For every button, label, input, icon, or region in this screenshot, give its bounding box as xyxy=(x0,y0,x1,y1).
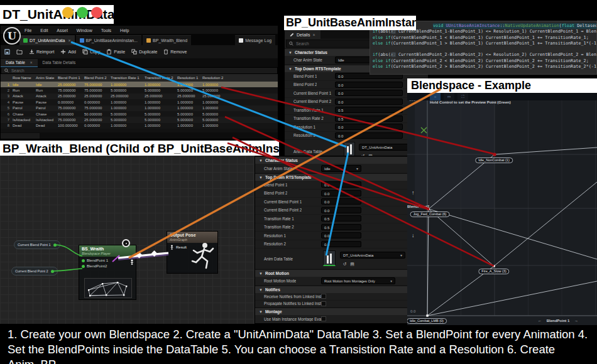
checkbox[interactable] xyxy=(321,316,326,321)
axis-min-value: 0.0 xyxy=(410,309,415,313)
variable-node-current-blend-point-2[interactable]: Current Blend Point 2 xyxy=(11,267,58,276)
tab-close-icon[interactable]: × xyxy=(312,33,315,37)
property-value-input[interactable]: 0.0 xyxy=(335,132,403,139)
pose-watch-badge-icon[interactable] xyxy=(122,239,130,247)
tab-message-log[interactable]: Message Log xyxy=(235,35,275,45)
section-notifies[interactable]: ▼Notifies xyxy=(255,286,428,293)
property-value-input[interactable]: 0.0 xyxy=(335,124,403,130)
property-value-input[interactable]: 0.5 xyxy=(335,107,403,113)
property-value-input[interactable]: 0.0 xyxy=(321,241,361,247)
unreal-logo[interactable]: U xyxy=(3,27,21,45)
pose-input-pin-icon[interactable] xyxy=(170,245,174,250)
save-button[interactable] xyxy=(4,49,10,55)
blendspace-tool-select[interactable]: ⁘ xyxy=(430,93,441,100)
browse-button[interactable] xyxy=(16,49,23,55)
tab-data-table-details[interactable]: Data Table Details xyxy=(38,59,81,67)
table-row[interactable]: 3 Attack Attack 25.000000 25.000000 25.0… xyxy=(1,94,278,99)
root-motion-mode-dropdown[interactable]: Root Motion from Montages Only▾ xyxy=(321,277,395,284)
reimport-button[interactable]: Reimport xyxy=(29,49,54,55)
checkbox[interactable] xyxy=(321,294,326,299)
blendspace-graph[interactable]: 100.0 Hold Control to set the Preview Po… xyxy=(407,100,597,325)
blendspace-sample-idle-combat-lmb[interactable]: Idle_Combat_LMB (0) xyxy=(407,318,447,324)
axis-y-down-arrow[interactable]: ↓ xyxy=(412,232,415,238)
bp-instance-title: BP_UnitBaseAnimInstance xyxy=(284,16,416,30)
node-title: Output Pose xyxy=(170,233,215,238)
copy-button[interactable]: Copy xyxy=(82,49,100,55)
blueprint-graph[interactable]: Current Blend Point 1 Current Blend Poin… xyxy=(0,156,255,324)
menu-item[interactable]: Tools xyxy=(101,28,111,33)
menu-item[interactable]: Edit xyxy=(40,28,48,33)
blendspace-sample-fire-a-slow[interactable]: Fire_A_Slow (3) xyxy=(478,269,509,274)
table-row[interactable]: 2 Run Run 75.000000 75.000000 5.000000 5… xyxy=(1,87,278,93)
property-value-input[interactable]: 0.5 xyxy=(321,224,361,230)
details-panel-wraith: ▼Character Status Char Anim State Idle▾ … xyxy=(255,156,429,324)
blendspace-tool-label-toggle[interactable]: ▭ xyxy=(444,93,454,100)
blendspace-sample-idle-noncombat[interactable]: Idle_NonCombat (1) xyxy=(475,158,513,163)
table-search-input[interactable]: Search xyxy=(1,67,278,74)
asset-thumbnail[interactable] xyxy=(344,142,355,157)
section-root-motion[interactable]: ▼Root Motion xyxy=(255,269,428,277)
section-top-down-rtstemplate[interactable]: ▼Top Down RTSTemplate xyxy=(255,173,428,181)
output-pose-node[interactable]: Output Pose AnimGraph Result xyxy=(167,231,218,274)
menu-item[interactable]: Help xyxy=(120,28,129,33)
tab-dt-unitanimdata[interactable]: DT_UnitAnimData × xyxy=(19,35,75,45)
float-pin-icon[interactable] xyxy=(53,244,57,247)
axis-y-up-arrow[interactable]: ↑ xyxy=(412,190,415,196)
table-body: 1 Idle Idle 25.000000 75.000000 1.000000… xyxy=(1,82,278,129)
remove-button[interactable]: Remove xyxy=(163,49,187,55)
table-row[interactable]: 8 Dead Dead 100.000000 0.000000 1.000000… xyxy=(1,123,278,129)
float-pin-icon[interactable] xyxy=(82,265,85,268)
property-value-input[interactable]: 0.0 xyxy=(321,207,361,213)
table-row[interactable]: 4 Pause Pause 0.000000 0.000000 1.000000… xyxy=(1,99,278,105)
property-row: Resolution 1 0.0 xyxy=(285,123,428,132)
checkbox[interactable] xyxy=(321,301,326,306)
variable-node-current-blend-point-1[interactable]: Current Blend Point 1 xyxy=(14,240,60,249)
blendspace-player-node[interactable]: BS_Wraith Blendspace Player BlendPoint 1… xyxy=(79,245,136,300)
tab-details[interactable]: Details × xyxy=(285,30,320,39)
menu-item[interactable]: File xyxy=(25,28,31,33)
blendspace-title: Blendspace - Example xyxy=(407,78,597,93)
float-pin-icon[interactable] xyxy=(82,259,85,262)
tab-close-icon[interactable]: × xyxy=(68,38,70,43)
blendspace-tool-fit-view[interactable]: ⛶ xyxy=(457,93,468,100)
table-row[interactable]: 7 IsAttacked IsAttacked 75.000000 25.000… xyxy=(1,117,278,122)
property-value-input[interactable]: 0.0 xyxy=(335,82,403,88)
details-rows: Blend Point 1 0.0 Blend Point 2 0.0 Curr… xyxy=(255,181,428,249)
property-value-input[interactable]: 0.0 xyxy=(335,99,403,105)
use-selected-icon[interactable]: ↺ xyxy=(342,261,348,267)
tab-close-icon[interactable]: × xyxy=(30,60,33,65)
property-value-input[interactable]: 0.0 xyxy=(321,198,361,205)
window-minimize-light[interactable] xyxy=(62,7,74,18)
float-pin-icon[interactable] xyxy=(51,270,54,273)
asset-thumbnail[interactable] xyxy=(323,250,336,266)
property-row: Transition Rate 1 0.5 xyxy=(255,215,428,223)
paste-button[interactable]: Paste xyxy=(106,49,125,55)
browse-to-asset-icon[interactable]: ▤ xyxy=(349,261,355,267)
window-maximize-light[interactable] xyxy=(77,7,88,18)
tab-bp-unitbaseaniminstance[interactable]: BP_UnitBaseAnimInstan... xyxy=(76,35,142,45)
add-button[interactable]: Add xyxy=(60,49,75,55)
table-row[interactable]: 5 Patrol Patrol 75.000000 75.000000 1.00… xyxy=(1,105,278,111)
property-value-input[interactable]: 0.5 xyxy=(321,215,361,222)
section-character-status[interactable]: ▼Character Status xyxy=(255,156,428,164)
property-value-input[interactable]: 0.0 xyxy=(335,90,403,96)
property-value-input[interactable]: 0.0 xyxy=(321,232,361,238)
pose-output-pin-icon[interactable] xyxy=(129,259,134,265)
section-montage[interactable]: ▼Montage xyxy=(255,308,428,315)
duplicate-button[interactable]: Duplicate xyxy=(131,49,157,55)
char-anim-state-dropdown[interactable]: Idle▾ xyxy=(321,165,361,172)
menu-item[interactable]: Asset xyxy=(57,28,68,33)
tab-bp-wraith-blend[interactable]: BP_Wraith_Blend xyxy=(143,35,191,45)
property-value-input[interactable]: 0.5 xyxy=(335,115,403,122)
blendspace-sample-jog-fwd-combat[interactable]: Jog_Fwd_Combat (6) xyxy=(410,211,450,217)
property-value-input[interactable]: 0.0 xyxy=(321,181,361,188)
menu-item[interactable]: Window xyxy=(77,28,92,33)
table-row[interactable]: 6 Chase Chase 0.000000 50.000000 5.00000… xyxy=(1,111,278,117)
window-close-light[interactable] xyxy=(91,7,102,18)
property-row: Blend Point 1 0.0 xyxy=(255,181,428,190)
tab-data-table[interactable]: Data Table × xyxy=(1,59,38,67)
running-character-figure xyxy=(190,242,215,272)
property-value-input[interactable]: 0.0 xyxy=(321,190,361,196)
table-row[interactable]: 1 Idle Idle 25.000000 75.000000 1.000000… xyxy=(1,82,278,87)
anim-data-table-dropdown[interactable]: DT_UnitAnimData▾ xyxy=(340,252,405,259)
